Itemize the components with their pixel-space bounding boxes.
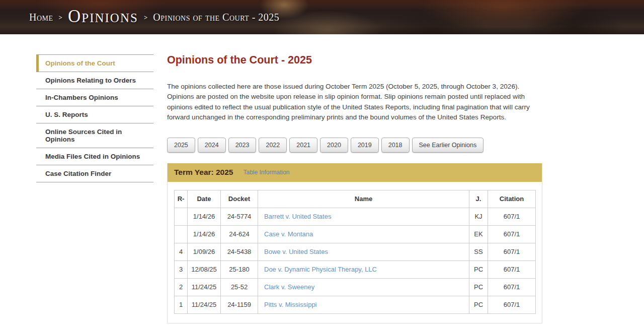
r-cell: 2 — [175, 278, 188, 296]
breadcrumb-separator-icon: > — [59, 14, 62, 22]
table-row: 1 11/24/25 24-1159 Pitts v. Mississippi … — [175, 296, 536, 313]
column-header-citation: Citation — [488, 190, 536, 208]
justice-cell: PC — [469, 261, 488, 278]
opinions-table: R- Date Docket Name J. Citation 1/14/26 — [174, 190, 536, 314]
docket-cell: 24-624 — [221, 225, 258, 243]
docket-cell: 24-5438 — [221, 243, 258, 261]
justice-cell: KJ — [469, 208, 488, 225]
year-button-2018[interactable]: 2018 — [381, 138, 410, 153]
name-cell: Doe v. Dynamic Physical Therapy, LLC — [258, 261, 469, 278]
table-row: 1/14/26 24-624 Case v. Montana EK 607/1 — [175, 225, 536, 243]
r-cell: 4 — [175, 243, 188, 261]
justice-cell: PC — [469, 296, 488, 313]
date-cell: 11/24/25 — [188, 296, 221, 313]
column-header-docket: Docket — [221, 190, 258, 208]
r-cell: 3 — [175, 261, 188, 278]
see-earlier-opinions-button[interactable]: See Earlier Opinions — [412, 138, 484, 153]
sidebar-item-label: Opinions of the Court — [45, 59, 115, 67]
table-row: 4 1/09/26 24-5438 Bowe v. United States … — [175, 243, 536, 261]
docket-cell: 24-5774 — [221, 208, 258, 225]
case-opinion-link[interactable]: Bowe v. United States — [264, 248, 328, 255]
citation-cell: 607/1 — [488, 278, 536, 296]
sidebar-item-case-citation-finder[interactable]: Case Citation Finder — [36, 165, 153, 182]
citation-cell: 607/1 — [488, 208, 536, 225]
date-cell: 1/14/26 — [188, 225, 221, 243]
r-cell — [175, 225, 188, 243]
sidebar-item-label: In-Chambers Opinions — [45, 94, 118, 101]
sidebar-item-media-files[interactable]: Media Files Cited in Opinions — [36, 148, 153, 165]
table-row: 3 12/08/25 25-180 Doe v. Dynamic Physica… — [175, 261, 536, 278]
sidebar-item-label: Case Citation Finder — [45, 170, 111, 177]
term-year-panel: Term Year: 2025 Table Information R- Dat… — [167, 163, 542, 323]
sidebar-item-in-chambers-opinions[interactable]: In-Chambers Opinions — [36, 89, 153, 106]
date-cell: 12/08/25 — [188, 261, 221, 278]
column-header-j: J. — [469, 190, 488, 208]
name-cell: Bowe v. United States — [258, 243, 469, 261]
justice-cell: PC — [469, 278, 488, 296]
intro-paragraph: The opinions collected here are those is… — [167, 82, 537, 123]
sidebar-item-label: Opinions Relating to Orders — [45, 77, 136, 84]
breadcrumb-current-page: Opinions of the Court - 2025 — [153, 12, 279, 23]
docket-cell: 25-180 — [221, 261, 258, 278]
term-year-panel-body: R- Date Docket Name J. Citation 1/14/26 — [168, 182, 542, 323]
date-cell: 1/14/26 — [188, 208, 221, 225]
name-cell: Barrett v. United States — [258, 208, 469, 225]
table-information-link[interactable]: Table Information — [243, 169, 289, 176]
sidebar-item-label: U. S. Reports — [45, 111, 88, 118]
table-row: 1/14/26 24-5774 Barrett v. United States… — [175, 208, 536, 225]
column-header-name: Name — [258, 190, 469, 208]
breadcrumb: Home > Opinions > Opinions of the Court … — [29, 0, 279, 34]
date-cell: 11/24/25 — [188, 278, 221, 296]
case-opinion-link[interactable]: Doe v. Dynamic Physical Therapy, LLC — [264, 266, 377, 273]
breadcrumb-opinions-link[interactable]: Opinions — [68, 8, 138, 25]
case-opinion-link[interactable]: Barrett v. United States — [264, 213, 331, 220]
year-button-2023[interactable]: 2023 — [228, 138, 257, 153]
sidebar-item-opinions-of-the-court[interactable]: Opinions of the Court — [36, 55, 153, 72]
r-cell: 1 — [175, 296, 188, 313]
name-cell: Clark v. Sweeney — [258, 278, 469, 296]
page-title: Opinions of the Court - 2025 — [167, 54, 542, 67]
year-button-2024[interactable]: 2024 — [198, 138, 226, 153]
term-year-label: Term Year: 2025 — [174, 168, 233, 177]
main-content: Opinions of the Court - 2025 The opinion… — [167, 54, 542, 323]
page-content: Opinions of the Court Opinions Relating … — [0, 34, 644, 323]
hero-header: Home > Opinions > Opinions of the Court … — [0, 0, 644, 34]
case-opinion-link[interactable]: Clark v. Sweeney — [264, 283, 314, 291]
table-row: 2 11/24/25 25-52 Clark v. Sweeney PC 607… — [175, 278, 536, 296]
date-cell: 1/09/26 — [188, 243, 221, 261]
year-button-2025[interactable]: 2025 — [167, 138, 195, 153]
r-cell — [175, 208, 188, 225]
term-year-header-bar: Term Year: 2025 Table Information — [168, 163, 542, 182]
name-cell: Case v. Montana — [258, 225, 469, 243]
year-button-row: 2025 2024 2023 2022 2021 2020 2019 2018 … — [167, 138, 542, 153]
sidebar-item-label: Media Files Cited in Opinions — [45, 153, 140, 160]
sidebar-item-online-sources[interactable]: Online Sources Cited in Opinions — [36, 123, 153, 148]
column-header-date: Date — [188, 190, 221, 208]
citation-cell: 607/1 — [488, 243, 536, 261]
sidebar-item-opinions-relating-to-orders[interactable]: Opinions Relating to Orders — [36, 72, 153, 89]
citation-cell: 607/1 — [488, 261, 536, 278]
case-opinion-link[interactable]: Pitts v. Mississippi — [264, 301, 317, 308]
column-header-r: R- — [175, 190, 188, 208]
year-button-2021[interactable]: 2021 — [289, 138, 317, 153]
docket-cell: 25-52 — [221, 278, 258, 296]
table-header-row: R- Date Docket Name J. Citation — [175, 190, 536, 208]
sidebar-item-label: Online Sources Cited in Opinions — [45, 128, 122, 143]
year-button-2020[interactable]: 2020 — [320, 138, 348, 153]
citation-cell: 607/1 — [488, 296, 536, 313]
sidebar-nav: Opinions of the Court Opinions Relating … — [36, 54, 153, 182]
breadcrumb-home-link[interactable]: Home — [29, 12, 53, 23]
case-opinion-link[interactable]: Case v. Montana — [264, 230, 313, 238]
citation-cell: 607/1 — [488, 225, 536, 243]
name-cell: Pitts v. Mississippi — [258, 296, 469, 313]
breadcrumb-separator-icon: > — [144, 14, 147, 22]
justice-cell: SS — [469, 243, 488, 261]
sidebar-item-us-reports[interactable]: U. S. Reports — [36, 106, 153, 123]
year-button-2019[interactable]: 2019 — [351, 138, 379, 153]
justice-cell: EK — [469, 225, 488, 243]
year-button-2022[interactable]: 2022 — [259, 138, 287, 153]
docket-cell: 24-1159 — [221, 296, 258, 313]
